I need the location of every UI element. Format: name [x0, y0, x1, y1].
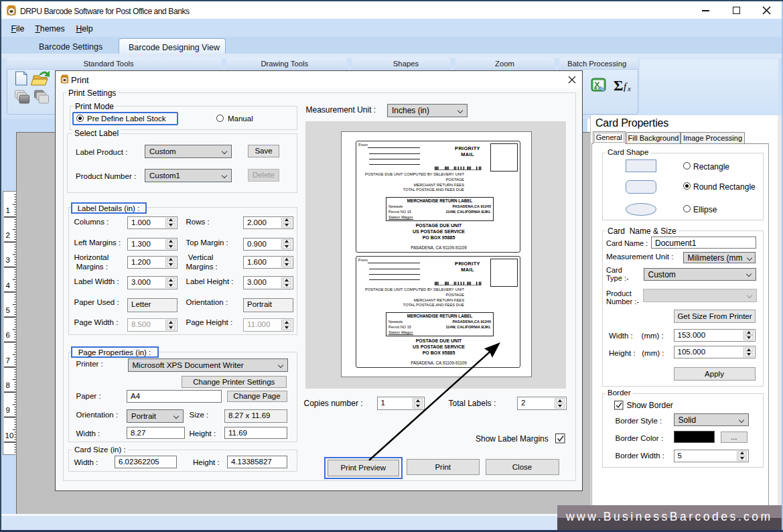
svg-text:7: 7: [5, 356, 9, 364]
svg-text:10: 10: [5, 431, 13, 440]
svg-text:9: 9: [5, 406, 9, 414]
svg-text:6: 6: [5, 331, 9, 339]
svg-text:x: x: [627, 84, 631, 92]
svg-text:2: 2: [5, 231, 9, 239]
svg-text:8: 8: [5, 381, 9, 389]
svg-text:Σ: Σ: [614, 77, 623, 94]
svg-text:4: 4: [5, 281, 10, 289]
svg-text:1: 1: [5, 206, 9, 214]
svg-text:3: 3: [5, 256, 9, 264]
svg-text:5: 5: [5, 306, 9, 314]
